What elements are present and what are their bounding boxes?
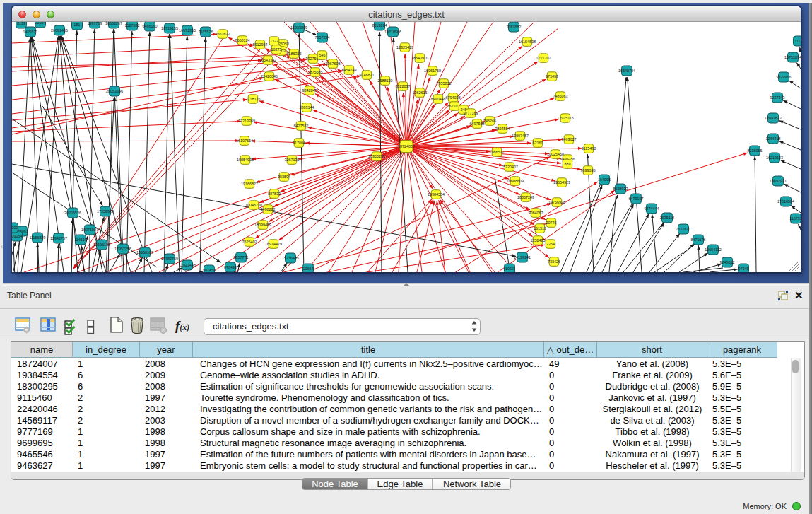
svg-text:17957255: 17957255 bbox=[114, 247, 131, 251]
svg-text:18724007: 18724007 bbox=[398, 144, 415, 148]
svg-text:9699695: 9699695 bbox=[581, 168, 596, 173]
svg-text:1244418: 1244418 bbox=[766, 136, 781, 141]
svg-text:8471676: 8471676 bbox=[691, 238, 706, 242]
svg-text:6466160: 6466160 bbox=[143, 24, 158, 28]
svg-text:9498222: 9498222 bbox=[261, 207, 276, 211]
svg-text:3824554: 3824554 bbox=[495, 127, 510, 131]
svg-text:10654112: 10654112 bbox=[705, 247, 722, 252]
svg-text:10975887: 10975887 bbox=[81, 228, 98, 232]
svg-text:876490: 876490 bbox=[224, 265, 237, 269]
svg-text:8454749: 8454749 bbox=[342, 68, 357, 72]
svg-text:353594: 353594 bbox=[278, 175, 290, 179]
svg-text:16033809: 16033809 bbox=[290, 25, 307, 30]
svg-text:19854935: 19854935 bbox=[237, 158, 254, 162]
svg-text:12942757: 12942757 bbox=[50, 236, 67, 240]
svg-text:889: 889 bbox=[565, 162, 571, 166]
svg-text:16782759: 16782759 bbox=[161, 257, 178, 261]
svg-text:3267130: 3267130 bbox=[285, 158, 300, 162]
svg-text:7986522: 7986522 bbox=[490, 150, 505, 154]
svg-text:12325419: 12325419 bbox=[396, 45, 413, 49]
svg-text:10654: 10654 bbox=[303, 267, 314, 271]
svg-text:1322: 1322 bbox=[270, 39, 278, 43]
svg-text:7663822: 7663822 bbox=[216, 32, 230, 36]
svg-text:181: 181 bbox=[74, 23, 81, 27]
svg-text:16914479: 16914479 bbox=[265, 242, 282, 246]
svg-text:7515526: 7515526 bbox=[199, 30, 213, 34]
svg-text:2087682: 2087682 bbox=[507, 25, 522, 29]
svg-text:114519: 114519 bbox=[74, 238, 87, 242]
svg-text:16958107: 16958107 bbox=[136, 250, 153, 255]
svg-text:116753: 116753 bbox=[789, 216, 801, 221]
svg-text:20164: 20164 bbox=[35, 22, 46, 25]
svg-text:10653267: 10653267 bbox=[105, 22, 122, 25]
svg-text:20206536: 20206536 bbox=[64, 211, 81, 215]
svg-text:15751074: 15751074 bbox=[784, 55, 801, 59]
svg-text:546: 546 bbox=[319, 53, 326, 57]
svg-text:8813014: 8813014 bbox=[372, 23, 387, 28]
svg-text:22420046: 22420046 bbox=[261, 74, 278, 78]
svg-text:16961758: 16961758 bbox=[424, 69, 441, 73]
svg-text:17359924: 17359924 bbox=[97, 209, 114, 214]
svg-text:8990448: 8990448 bbox=[431, 97, 446, 101]
svg-text:2254: 2254 bbox=[546, 242, 555, 246]
svg-text:6794028: 6794028 bbox=[446, 95, 461, 100]
svg-text:746266: 746266 bbox=[483, 119, 496, 123]
svg-text:20053346: 20053346 bbox=[106, 89, 123, 93]
svg-text:6479197: 6479197 bbox=[629, 197, 644, 201]
svg-text:10025458: 10025458 bbox=[547, 152, 564, 156]
svg-text:18099489: 18099489 bbox=[254, 223, 271, 227]
svg-text:16107554: 16107554 bbox=[236, 139, 253, 143]
svg-text:19218506: 19218506 bbox=[384, 30, 401, 34]
svg-text:19756928: 19756928 bbox=[548, 200, 565, 204]
svg-text:2367608: 2367608 bbox=[326, 62, 341, 66]
svg-text:9474444: 9474444 bbox=[645, 206, 659, 211]
svg-text:15716485: 15716485 bbox=[282, 256, 299, 260]
svg-text:8186323: 8186323 bbox=[287, 52, 302, 56]
svg-text:8215955: 8215955 bbox=[748, 148, 763, 153]
svg-text:9463627: 9463627 bbox=[562, 137, 577, 141]
svg-text:16210643: 16210643 bbox=[766, 156, 783, 160]
svg-text:917004: 917004 bbox=[293, 141, 305, 145]
svg-text:18807249: 18807249 bbox=[517, 195, 534, 199]
svg-text:1062: 1062 bbox=[505, 267, 514, 271]
svg-text:9084067: 9084067 bbox=[529, 211, 543, 215]
svg-text:18300295: 18300295 bbox=[368, 154, 385, 158]
svg-text:16671355: 16671355 bbox=[179, 28, 196, 33]
svg-text:16648784: 16648784 bbox=[618, 69, 635, 73]
svg-text:39154: 39154 bbox=[12, 234, 23, 238]
svg-text:9242845: 9242845 bbox=[302, 88, 317, 93]
svg-text:2935114: 2935114 bbox=[660, 216, 675, 220]
svg-text:8427552: 8427552 bbox=[294, 124, 309, 128]
svg-text:1362615: 1362615 bbox=[413, 90, 428, 95]
svg-text:8322037: 8322037 bbox=[396, 84, 411, 88]
svg-text:9146821: 9146821 bbox=[360, 73, 375, 77]
svg-text:733426: 733426 bbox=[548, 259, 560, 264]
svg-text:7625402: 7625402 bbox=[242, 240, 257, 244]
svg-text:11156829: 11156829 bbox=[29, 235, 45, 240]
svg-text:9777169: 9777169 bbox=[464, 111, 478, 115]
svg-text:164095: 164095 bbox=[598, 177, 611, 182]
svg-text:16543382: 16543382 bbox=[259, 58, 276, 62]
svg-text:8139: 8139 bbox=[17, 22, 25, 25]
svg-text:12923448: 12923448 bbox=[179, 263, 196, 267]
svg-text:2803144: 2803144 bbox=[300, 105, 314, 110]
svg-text:2718176: 2718176 bbox=[246, 97, 261, 101]
svg-text:1405571: 1405571 bbox=[23, 30, 38, 34]
svg-text:7485063: 7485063 bbox=[553, 94, 568, 98]
svg-text:161513: 161513 bbox=[534, 226, 546, 230]
svg-text:10046738: 10046738 bbox=[245, 203, 262, 207]
svg-text:6497568: 6497568 bbox=[470, 122, 485, 126]
svg-text:7632621: 7632621 bbox=[676, 227, 691, 231]
svg-text:20691406: 20691406 bbox=[51, 28, 68, 33]
svg-text:20746: 20746 bbox=[546, 221, 557, 225]
svg-text:19654923: 19654923 bbox=[553, 180, 570, 185]
svg-text:9657771: 9657771 bbox=[234, 255, 249, 259]
svg-text:8660124: 8660124 bbox=[235, 38, 250, 42]
svg-text:12975115: 12975115 bbox=[557, 116, 574, 120]
svg-text:3875685: 3875685 bbox=[308, 70, 323, 74]
svg-text:1221397: 1221397 bbox=[536, 56, 551, 60]
svg-text:17016504: 17016504 bbox=[777, 199, 794, 204]
svg-text:973493: 973493 bbox=[546, 74, 558, 78]
svg-text:9329966: 9329966 bbox=[777, 75, 792, 79]
svg-text:12213369: 12213369 bbox=[238, 119, 255, 123]
